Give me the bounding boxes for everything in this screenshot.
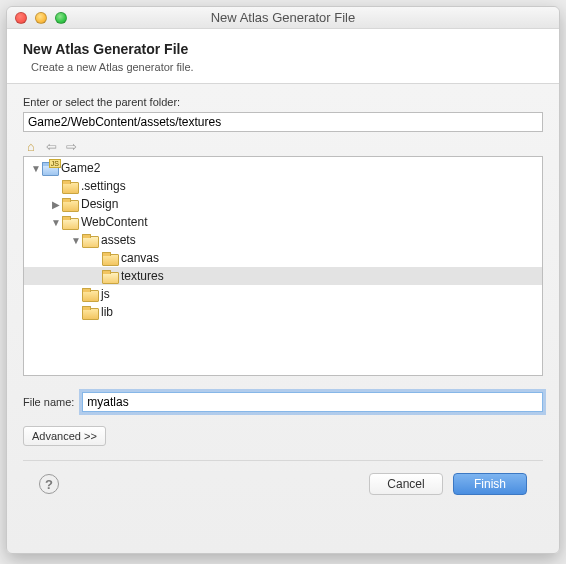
wizard-description: Create a new Atlas generator file.: [31, 61, 543, 73]
tree-row[interactable]: js: [24, 285, 542, 303]
tree-nav-toolbar: ⌂ ⇦ ⇨: [23, 138, 543, 154]
folder-open-icon: [82, 233, 98, 247]
tree-row[interactable]: lib: [24, 303, 542, 321]
help-icon[interactable]: ?: [39, 474, 59, 494]
tree-row[interactable]: .settings: [24, 177, 542, 195]
tree-label: Design: [81, 197, 118, 211]
tree-label: js: [101, 287, 110, 301]
folder-icon: [102, 251, 118, 265]
filename-label: File name:: [23, 396, 74, 408]
titlebar[interactable]: New Atlas Generator File: [7, 7, 559, 29]
back-icon[interactable]: ⇦: [43, 138, 59, 154]
folder-open-icon: [62, 215, 78, 229]
tree-label: textures: [121, 269, 164, 283]
window-title: New Atlas Generator File: [7, 10, 559, 25]
tree-row-selected[interactable]: textures: [24, 267, 542, 285]
tree-label: assets: [101, 233, 136, 247]
advanced-button[interactable]: Advanced >>: [23, 426, 106, 446]
folder-open-icon: [102, 269, 118, 283]
disclosure-icon[interactable]: ▶: [50, 199, 62, 210]
folder-icon: [82, 287, 98, 301]
folder-icon: [62, 179, 78, 193]
home-icon[interactable]: ⌂: [23, 138, 39, 154]
parent-folder-label: Enter or select the parent folder:: [23, 96, 543, 108]
tree-label: WebContent: [81, 215, 148, 229]
tree-row[interactable]: ▼ assets: [24, 231, 542, 249]
tree-row[interactable]: ▼ WebContent: [24, 213, 542, 231]
disclosure-icon[interactable]: ▼: [30, 163, 42, 174]
parent-folder-input[interactable]: [23, 112, 543, 132]
folder-icon: [82, 305, 98, 319]
dialog-window: New Atlas Generator File New Atlas Gener…: [6, 6, 560, 554]
tree-label: lib: [101, 305, 113, 319]
tree-label: .settings: [81, 179, 126, 193]
filename-input[interactable]: [82, 392, 543, 412]
tree-row[interactable]: ▶ Design: [24, 195, 542, 213]
project-folder-icon: JS: [42, 161, 58, 175]
cancel-button[interactable]: Cancel: [369, 473, 443, 495]
wizard-heading: New Atlas Generator File: [23, 41, 543, 57]
finish-button[interactable]: Finish: [453, 473, 527, 495]
folder-tree[interactable]: ▼ JS Game2 .settings ▶ Design ▼ WebConte…: [23, 156, 543, 376]
disclosure-icon[interactable]: ▼: [50, 217, 62, 228]
tree-row-project[interactable]: ▼ JS Game2: [24, 159, 542, 177]
forward-icon[interactable]: ⇨: [63, 138, 79, 154]
tree-label: Game2: [61, 161, 100, 175]
disclosure-icon[interactable]: ▼: [70, 235, 82, 246]
wizard-header: New Atlas Generator File Create a new At…: [7, 29, 559, 84]
tree-row[interactable]: canvas: [24, 249, 542, 267]
folder-icon: [62, 197, 78, 211]
dialog-footer: ? Cancel Finish: [23, 460, 543, 509]
tree-label: canvas: [121, 251, 159, 265]
